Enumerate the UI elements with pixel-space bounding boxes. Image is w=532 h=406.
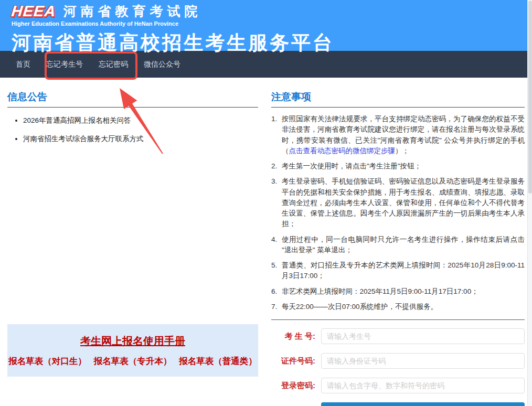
note-text: 每天22:00——次日07:00系统维护，不提供服务。 <box>282 302 525 312</box>
note-number: 5. <box>271 260 282 282</box>
nav-item-forgot-exam-id[interactable]: 忘记考生号 <box>46 60 83 69</box>
note-text: 普通类、对口招生及专升本的艺术类网上填报时间：2025年10月28日9:00-1… <box>282 260 525 282</box>
nav-item-home[interactable]: 首页 <box>16 60 30 69</box>
nav-item-wechat-account[interactable]: 微信公众号 <box>144 60 180 69</box>
scrollbar-thumb[interactable] <box>528 1 532 194</box>
note-text: 使用过程中，同一台电脑同时只允许一名考生进行操作，操作结束后请点击 "退出登录"… <box>282 234 525 256</box>
exam-id-input[interactable] <box>321 328 525 344</box>
id-number-input[interactable] <box>321 353 525 369</box>
main-content: 信息公告 2026年普通高招网上报名相关问答 河南省招生考试综合服务大厅联系方式… <box>0 78 532 406</box>
announcement-link[interactable]: 河南省招生考试综合服务大厅联系方式 <box>23 134 258 144</box>
note-item: 3. 考生登录密码、手机短信验证码、密码验证信息以及动态密码是考生登录服务平台的… <box>271 176 525 229</box>
exam-id-label: 考 生 号: <box>271 332 315 341</box>
org-name: 河南省教育考试院 <box>63 3 202 20</box>
note-item: 2. 考生第一次使用时，请点击"考生注册"按钮； <box>271 161 525 172</box>
note-item: 7. 每天22:00——次日07:00系统维护，不提供服务。 <box>271 302 525 312</box>
wechat-binding-steps-link[interactable]: 点击查看动态密码的微信绑定步骤 <box>289 147 396 155</box>
announcements-column: 信息公告 2026年普通高招网上报名相关问答 河南省招生考试综合服务大厅联系方式… <box>7 90 258 406</box>
exam-id-row: 考 生 号: <box>271 328 525 344</box>
notes-and-login-column: 注意事项 1. 按照国家有关法律法规要求，平台支持绑定动态密码，为了确保您的权益… <box>271 90 525 406</box>
nav-item-forgot-password[interactable]: 忘记密码 <box>99 60 128 69</box>
note-number: 1. <box>271 114 282 156</box>
verify-button[interactable]: 点击进行验证 <box>321 402 525 406</box>
note-item: 5. 普通类、对口招生及专升本的艺术类网上填报时间：2025年10月28日9:0… <box>271 260 525 282</box>
captcha-row: 验 证 码: 点击进行验证 <box>271 402 525 406</box>
password-row: 登录密码: <box>271 378 525 393</box>
note-number: 7. <box>271 302 282 312</box>
announcements-list: 2026年普通高招网上报名相关问答 河南省招生考试综合服务大厅联系方式 <box>7 116 258 144</box>
note-item: 6. 非艺术类网上填报时间：2025年11月5日9:00-11月17日17:00… <box>271 286 525 297</box>
site-header: HEEA 河南省教育考试院 Higher Education Examinati… <box>0 0 532 51</box>
login-form: 考 生 号: 证件号码: 登录密码: 验 证 码: 点击进行验证 登录 考 <box>271 328 525 406</box>
draft-form-link-general[interactable]: 报名草表（普通类） <box>179 356 257 367</box>
org-name-english: Higher Education Examinations Authority … <box>12 20 532 27</box>
note-text: 按照国家有关法律法规要求，平台支持绑定动态密码，为了确保您的权益不受非法侵害，河… <box>282 114 525 156</box>
announcement-link[interactable]: 2026年普通高招网上报名相关问答 <box>23 116 258 125</box>
id-number-label: 证件号码: <box>271 356 315 366</box>
note-number: 3. <box>271 176 282 229</box>
heea-logo-icon: HEEA <box>10 3 60 20</box>
note-text-suffix: ）； <box>395 147 409 155</box>
notes-list: 1. 按照国家有关法律法规要求，平台支持绑定动态密码，为了确保您的权益不受非法侵… <box>271 114 525 312</box>
announcements-title: 信息公告 <box>7 90 258 108</box>
note-item: 4. 使用过程中，同一台电脑同时只允许一名考生进行操作，操作结束后请点击 "退出… <box>271 234 525 256</box>
manual-title-link[interactable]: 考生网上报名使用手册 <box>80 334 185 348</box>
manual-panel: 考生网上报名使用手册 报名草表（对口生） 报名草表（专升本） 报名草表（普通类） <box>7 324 258 377</box>
draft-form-link-upgrade[interactable]: 报名草表（专升本） <box>94 356 172 367</box>
notes-title: 注意事项 <box>271 90 525 108</box>
scrollbar[interactable] <box>527 0 532 406</box>
note-text: 非艺术类网上填报时间：2025年11月5日9:00-11月17日17:00； <box>282 286 525 297</box>
note-number: 4. <box>271 234 282 256</box>
notes-form-divider <box>271 319 525 320</box>
password-input[interactable] <box>321 378 525 393</box>
manual-links-row: 报名草表（对口生） 报名草表（专升本） 报名草表（普通类） <box>5 356 261 367</box>
platform-title: 河南省普通高校招生考生服务平台 <box>12 30 532 56</box>
password-label: 登录密码: <box>271 381 315 391</box>
draft-form-link-vocational[interactable]: 报名草表（对口生） <box>8 356 87 367</box>
logo-row: HEEA 河南省教育考试院 <box>12 3 532 20</box>
note-text: 考生第一次使用时，请点击"考生注册"按钮； <box>282 161 525 172</box>
note-number: 2. <box>271 161 282 172</box>
note-number: 6. <box>271 286 282 297</box>
note-item: 1. 按照国家有关法律法规要求，平台支持绑定动态密码，为了确保您的权益不受非法侵… <box>271 114 525 156</box>
id-number-row: 证件号码: <box>271 353 525 369</box>
note-text: 考生登录密码、手机短信验证码、密码验证信息以及动态密码是考生登录服务平台的凭据和… <box>282 176 525 229</box>
